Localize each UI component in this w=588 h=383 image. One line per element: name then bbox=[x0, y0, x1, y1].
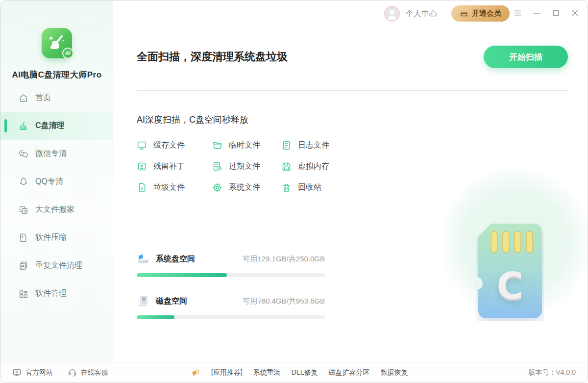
menu-button[interactable] bbox=[512, 7, 523, 19]
sidebar-item-c-drive-clean[interactable]: C盘清理 bbox=[0, 112, 113, 140]
scan-item-label: 系统文件 bbox=[229, 182, 260, 193]
open-vip-button[interactable]: 开通会员 bbox=[451, 5, 510, 22]
system-disk-row: 系统盘空间 可用129.1GB/共250.0GB bbox=[137, 253, 325, 277]
file-move-icon bbox=[18, 204, 29, 215]
promo-bar: [应用推荐] 系统重装 DLL修复 磁盘扩容分区 数据恢复 bbox=[191, 368, 408, 378]
website-icon bbox=[12, 368, 22, 377]
promo-link-dll-repair[interactable]: DLL修复 bbox=[292, 368, 318, 377]
promo-link-system-reinstall[interactable]: 系统重装 bbox=[253, 368, 281, 377]
scan-item-temp: 临时文件 bbox=[212, 140, 281, 151]
sidebar-item-label: 软件管理 bbox=[35, 288, 67, 299]
floppy-icon bbox=[281, 161, 292, 172]
app-logo: AI bbox=[42, 28, 72, 58]
minimize-icon bbox=[532, 8, 541, 18]
sidebar-item-duplicate-file-clean[interactable]: 重复文件清理 bbox=[0, 252, 113, 280]
sidebar-item-software-manage[interactable]: 软件管理 bbox=[0, 280, 113, 307]
sidebar-item-label: 首页 bbox=[35, 93, 51, 103]
system-disk-progressbar bbox=[137, 273, 325, 277]
sidebar-item-label: 微信专清 bbox=[35, 149, 67, 159]
app-manage-icon bbox=[18, 288, 29, 299]
sidebar-item-label: 重复文件清理 bbox=[35, 260, 82, 271]
headset-icon bbox=[68, 368, 77, 377]
profile-center-link[interactable]: 个人中心 bbox=[406, 9, 437, 19]
scan-item-label: 回收站 bbox=[298, 182, 321, 193]
scan-item-label: 缓存文件 bbox=[153, 140, 185, 151]
total-disk-row: 磁盘空间 可用760.4GB/共953.6GB bbox=[137, 295, 325, 319]
qq-icon bbox=[18, 177, 29, 187]
sidebar-item-big-file-move[interactable]: 大文件搬家 bbox=[0, 196, 113, 224]
scan-item-system: 系统文件 bbox=[212, 182, 281, 193]
start-scan-button[interactable]: 开始扫描 bbox=[484, 46, 568, 68]
scan-item-junk: 垃圾文件 bbox=[137, 182, 212, 193]
sidebar: AI AI电脑C盘清理大师Pro 首页 C盘清理 bbox=[0, 0, 113, 362]
disk-name: 磁盘空间 bbox=[156, 296, 187, 306]
scan-item-recycle-bin: 回收站 bbox=[281, 182, 372, 193]
sidebar-item-label: 大文件搬家 bbox=[35, 204, 74, 215]
footer: 官方网站 在线客服 [应用推荐] 系统重装 DLL修复 磁盘扩容分区 数据恢复 … bbox=[0, 362, 588, 383]
scan-item-label: 虚拟内存 bbox=[298, 161, 329, 172]
home-icon bbox=[18, 93, 29, 103]
expired-file-icon bbox=[212, 161, 222, 172]
divider bbox=[137, 90, 568, 91]
crown-icon bbox=[460, 10, 468, 18]
junk-file-icon bbox=[137, 182, 147, 193]
disk-detail: 可用129.1GB/共250.0GB bbox=[243, 255, 325, 264]
system-disk-icon bbox=[137, 253, 150, 266]
disk-usage-section: 系统盘空间 可用129.1GB/共250.0GB bbox=[137, 253, 325, 319]
close-icon bbox=[570, 8, 580, 18]
trash-icon bbox=[281, 182, 292, 193]
broom-icon bbox=[18, 121, 29, 131]
disk-name: 系统盘空间 bbox=[156, 254, 195, 264]
online-support-link[interactable]: 在线客服 bbox=[68, 368, 108, 377]
folder-icon bbox=[212, 140, 222, 151]
sidebar-nav: 首页 C盘清理 微信专清 QQ专清 bbox=[0, 84, 113, 307]
person-icon bbox=[385, 7, 399, 21]
scan-item-virtual-memory: 虚拟内存 bbox=[281, 161, 372, 172]
scan-subtitle: AI深度扫描，C盘空间秒释放 bbox=[137, 114, 568, 126]
scan-item-log: 日志文件 bbox=[281, 140, 372, 151]
avatar[interactable] bbox=[384, 6, 400, 22]
hamburger-icon bbox=[513, 8, 522, 18]
sidebar-item-label: C盘清理 bbox=[35, 121, 65, 131]
sidebar-item-label: QQ专清 bbox=[35, 177, 63, 187]
duplicate-files-icon bbox=[18, 260, 29, 271]
sidebar-item-qq-clean[interactable]: QQ专清 bbox=[0, 168, 113, 196]
footer-link-label: 在线客服 bbox=[81, 368, 108, 377]
scan-item-label: 垃圾文件 bbox=[153, 182, 185, 193]
page-title: 全面扫描，深度清理系统盘垃圾 bbox=[137, 50, 288, 64]
version-label: 版本号：V4.0.0 bbox=[529, 368, 576, 377]
footer-link-label: 官方网站 bbox=[25, 368, 53, 377]
scan-item-patch: 残留补丁 bbox=[137, 161, 212, 172]
sidebar-item-wechat-clean[interactable]: 微信专清 bbox=[0, 140, 113, 168]
log-file-icon bbox=[281, 140, 292, 151]
disk-icon bbox=[137, 295, 150, 308]
topbar: 个人中心 开通会员 bbox=[113, 0, 588, 25]
official-website-link[interactable]: 官方网站 bbox=[12, 368, 53, 377]
scan-item-label: 临时文件 bbox=[229, 140, 260, 151]
compress-icon bbox=[18, 232, 29, 243]
app-name: AI电脑C盘清理大师Pro bbox=[0, 69, 113, 80]
promo-tag: [应用推荐] bbox=[211, 368, 243, 377]
app-window: AI AI电脑C盘清理大师Pro 首页 C盘清理 bbox=[0, 0, 588, 383]
window-controls bbox=[512, 7, 581, 19]
scan-item-label: 过期文件 bbox=[229, 161, 260, 172]
sidebar-item-software-compress[interactable]: 软件压缩 bbox=[0, 224, 113, 252]
promo-link-disk-partition[interactable]: 磁盘扩容分区 bbox=[328, 368, 369, 377]
maximize-icon bbox=[551, 8, 561, 18]
system-disk-progress-fill bbox=[137, 273, 227, 277]
disk-detail: 可用760.4GB/共953.6GB bbox=[243, 297, 325, 306]
sidebar-item-home[interactable]: 首页 bbox=[0, 84, 113, 112]
open-vip-label: 开通会员 bbox=[472, 9, 501, 18]
maximize-button[interactable] bbox=[550, 7, 562, 19]
patch-icon bbox=[137, 161, 147, 172]
megaphone-icon bbox=[191, 368, 200, 378]
content: 全面扫描，深度清理系统盘垃圾 开始扫描 AI深度扫描，C盘空间秒释放 缓存文件 … bbox=[113, 25, 588, 319]
promo-link-data-recovery[interactable]: 数据恢复 bbox=[380, 368, 408, 377]
wechat-icon bbox=[18, 149, 29, 159]
close-button[interactable] bbox=[569, 7, 581, 19]
scan-item-label: 日志文件 bbox=[298, 140, 329, 151]
main-area: 个人中心 开通会员 bbox=[113, 0, 588, 362]
ai-badge: AI bbox=[62, 48, 74, 59]
minimize-button[interactable] bbox=[531, 7, 542, 19]
scan-item-label: 残留补丁 bbox=[153, 161, 185, 172]
